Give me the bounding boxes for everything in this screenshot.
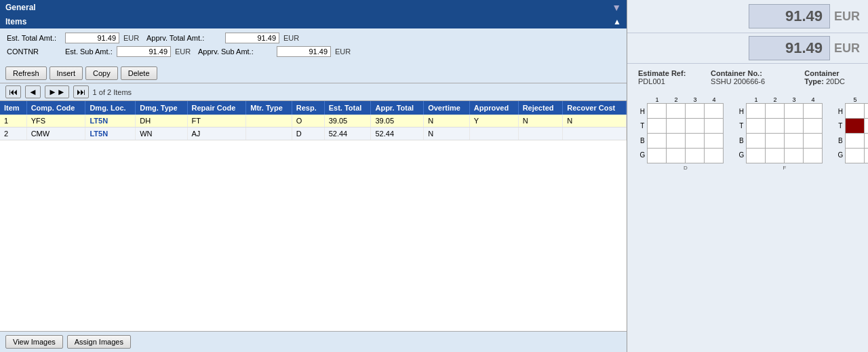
cell-dmg-type: DH: [136, 115, 187, 128]
general-header: General ▼: [0, 0, 627, 15]
general-collapse-icon[interactable]: ▼: [612, 2, 621, 13]
cell-est-total: 52.44: [324, 128, 371, 140]
cell-approved: [469, 128, 518, 140]
col-est-total: Est. Total: [324, 101, 371, 115]
container-info: Estimate Ref: PDL001 Container No.: SSHU…: [627, 64, 868, 91]
diagram-D: 1 2 3 4 H T B G: [638, 96, 724, 347]
cell-mtr-type: [246, 128, 292, 140]
form-area: Est. Total Amt.: EUR Apprv. Total Amt.: …: [0, 28, 627, 64]
nav-next-button[interactable]: ►►: [45, 85, 69, 98]
cell-rejected: [518, 128, 563, 140]
cell-item: 2: [0, 128, 26, 140]
cell-comp-code: CMW: [26, 128, 85, 140]
diagram-F: 1 2 3 4 H T B G: [737, 96, 823, 347]
apprv-total-input[interactable]: [225, 33, 279, 43]
apprv-sub-label: Apprv. Sub Amt.:: [198, 47, 273, 56]
cell-appr-total: 39.05: [371, 115, 424, 128]
diagrams-area: 1 2 3 4 H T B G: [627, 91, 868, 352]
refresh-button[interactable]: Refresh: [5, 66, 47, 80]
cell-mtr-type: [246, 115, 292, 128]
apprv-sub-unit: EUR: [335, 47, 354, 56]
cell-est-total: 39.05: [324, 115, 371, 128]
cell-approved: Y: [469, 115, 518, 128]
amount-unit-1: EUR: [834, 9, 860, 24]
cell-recover-cost: [563, 128, 627, 140]
apprv-sub-input[interactable]: [277, 46, 331, 57]
nav-prev-button[interactable]: ◄: [25, 85, 41, 98]
est-sub-label: Est. Sub Amt.:: [65, 47, 113, 56]
col-resp: Resp.: [292, 101, 324, 115]
amount-box-1: 91.49: [749, 4, 830, 28]
cell-resp: D: [292, 128, 324, 140]
col-item: Item: [0, 101, 26, 115]
amount-display-2: 91.49 EUR: [627, 33, 868, 64]
apprv-total-label: Apprv. Total Amt.:: [146, 34, 221, 42]
nav-row: ⏮ ◄ ►► ⏭ 1 of 2 Items: [0, 83, 627, 101]
cell-repair-code: FT: [187, 115, 246, 128]
cell-dmg-loc: LT5N: [85, 115, 136, 128]
col-mtr-type: Mtr. Type: [246, 101, 292, 115]
insert-button[interactable]: Insert: [50, 66, 83, 80]
amount-box-2: 91.49: [749, 36, 830, 60]
general-title: General: [5, 3, 36, 12]
delete-button[interactable]: Delete: [121, 66, 157, 80]
container-no: Container No.: SSHU 200666-6: [711, 69, 784, 85]
cell-overtime: N: [424, 128, 470, 140]
apprv-total-unit: EUR: [283, 34, 302, 42]
container-type: Container Type: 20DC: [804, 69, 857, 85]
col-overtime: Overtime: [424, 101, 470, 115]
cell-overtime: N: [424, 115, 470, 128]
items-header: Items ▲: [0, 15, 627, 28]
cell-item: 1: [0, 115, 26, 128]
col-dmg-type: Dmg. Type: [136, 101, 187, 115]
col-rejected: Rejected: [518, 101, 563, 115]
nav-first-button[interactable]: ⏮: [5, 85, 21, 98]
diagram-F-table: [746, 103, 823, 163]
right-panel: 91.49 EUR 91.49 EUR Estimate Ref: PDL001…: [627, 0, 868, 352]
items-title: Items: [5, 17, 26, 26]
col-appr-total: Appr. Total: [371, 101, 424, 115]
cell-rejected: N: [518, 115, 563, 128]
cell-recover-cost: N: [563, 115, 627, 128]
copy-button[interactable]: Copy: [85, 66, 118, 80]
estimate-ref: Estimate Ref: PDL001: [638, 69, 690, 85]
amount-unit-2: EUR: [834, 41, 860, 56]
items-table: Item Comp. Code Dmg. Loc. Dmg. Type Repa…: [0, 101, 627, 140]
nav-last-button[interactable]: ⏭: [73, 85, 89, 98]
col-recover-cost: Recover Cost: [563, 101, 627, 115]
est-sub-unit: EUR: [175, 47, 194, 56]
est-sub-input[interactable]: [117, 46, 171, 57]
items-table-container: Item Comp. Code Dmg. Loc. Dmg. Type Repa…: [0, 101, 627, 331]
cell-dmg-type: WN: [136, 128, 187, 140]
col-repair-code: Repair Code: [187, 101, 246, 115]
nav-page-info: 1 of 2 Items: [93, 88, 132, 96]
cell-dmg-loc: LT5N: [85, 128, 136, 140]
items-expand-icon[interactable]: ▲: [613, 17, 621, 26]
cell-repair-code: AJ: [187, 128, 246, 140]
contnr-label: CONTNR: [7, 47, 61, 56]
cell-appr-total: 52.44: [371, 128, 424, 140]
est-total-label: Est. Total Amt.:: [7, 34, 61, 42]
cell-resp: O: [292, 115, 324, 128]
assign-images-button[interactable]: Assign Images: [67, 335, 131, 349]
view-images-button[interactable]: View Images: [5, 335, 63, 349]
col-approved: Approved: [469, 101, 518, 115]
amount-display-1: 91.49 EUR: [627, 0, 868, 33]
est-total-input[interactable]: [65, 33, 119, 43]
diagram-D-table: [647, 103, 724, 163]
cell-comp-code: YFS: [26, 115, 85, 128]
table-row[interactable]: 1 YFS LT5N DH FT O 39.05 39.05 N Y N N: [0, 115, 627, 128]
col-dmg-loc: Dmg. Loc.: [85, 101, 136, 115]
table-row[interactable]: 2 CMW LT5N WN AJ D 52.44 52.44 N: [0, 128, 627, 140]
diagram-L: 5 4 3 2 1 H T B G: [836, 96, 868, 347]
toolbar: Refresh Insert Copy Delete: [0, 64, 627, 83]
col-comp-code: Comp. Code: [26, 101, 85, 115]
est-total-unit: EUR: [123, 34, 142, 42]
image-buttons-area: View Images Assign Images: [0, 331, 627, 352]
diagram-L-table: [845, 103, 868, 163]
